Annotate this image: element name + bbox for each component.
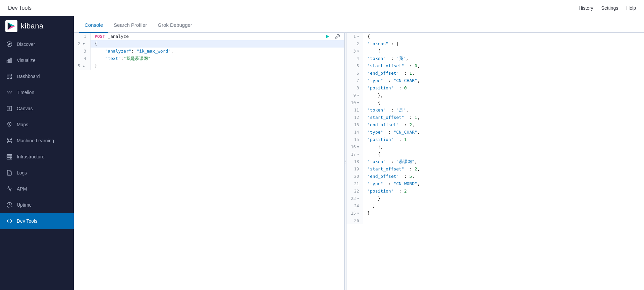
sidebar-item-canvas-label: Canvas <box>17 106 33 111</box>
sidebar-item-maps-label: Maps <box>17 122 28 127</box>
line-number-1: 1 <box>74 33 91 40</box>
kibana-label: kibana <box>21 22 44 30</box>
line-content-3: "analyzer": "ik_max_word", <box>91 48 344 55</box>
output-line: 22 "position" : 2 <box>346 188 644 195</box>
fold-indicator[interactable]: ▼ <box>357 143 359 151</box>
svg-rect-7 <box>10 58 11 63</box>
line-actions-1 <box>323 33 344 40</box>
logs-icon <box>6 169 13 176</box>
line-content-5: } <box>91 62 344 70</box>
wave-icon <box>6 89 13 96</box>
sidebar-item-devtools[interactable]: Dev Tools <box>0 213 74 229</box>
fold-indicator[interactable]: ▼ <box>357 195 359 202</box>
tab-console[interactable]: Console <box>79 18 108 33</box>
kibana-logo-icon <box>5 20 17 32</box>
output-line-content: "position" : 2 <box>363 188 644 195</box>
output-line-number: 11 <box>346 106 363 114</box>
sidebar-item-infrastructure-label: Infrastructure <box>17 154 44 159</box>
output-line-content: { <box>363 33 644 40</box>
sidebar: kibana Discover Visualize Dashboard <box>0 16 74 290</box>
sidebar-item-visualize[interactable]: Visualize <box>0 52 74 68</box>
svg-line-21 <box>8 141 9 142</box>
fold-indicator[interactable]: ▼ <box>357 92 359 99</box>
help-link[interactable]: Help <box>626 5 636 11</box>
compass-icon <box>6 41 13 48</box>
output-line-number: 23▼ <box>346 195 363 202</box>
run-button[interactable] <box>323 33 331 40</box>
output-line-number: 21 <box>346 180 363 188</box>
sidebar-item-devtools-label: Dev Tools <box>17 218 37 224</box>
sidebar-item-uptime[interactable]: Uptime <box>0 197 74 213</box>
output-line-content: "end_offset" : 1, <box>363 70 644 77</box>
output-line-number: 12 <box>346 114 363 121</box>
editor-line-5: 5 ▲ } <box>74 62 344 70</box>
sidebar-item-discover[interactable]: Discover <box>0 36 74 52</box>
output-line-content: "token" : "是", <box>363 106 644 114</box>
output-line: 11 "token" : "是", <box>346 106 644 114</box>
svg-rect-9 <box>10 74 12 76</box>
svg-point-15 <box>7 139 8 140</box>
grid-icon <box>6 73 13 80</box>
sidebar-item-dashboard-label: Dashboard <box>17 74 40 79</box>
output-line-number: 19 <box>346 165 363 173</box>
svg-rect-5 <box>7 60 8 63</box>
sidebar-item-timelion-label: Timelion <box>17 90 34 95</box>
sidebar-item-uptime-label: Uptime <box>17 202 32 208</box>
output-line: 25▼} <box>346 210 644 217</box>
output-line: 4 "token" : "我", <box>346 55 644 62</box>
output-line: 13 "end_offset" : 2, <box>346 121 644 129</box>
fold-indicator[interactable]: ▼ <box>357 33 359 40</box>
svg-rect-10 <box>7 77 9 79</box>
output-line: 18 "token" : "慕课网", <box>346 158 644 165</box>
output-line-content: "tokens" : [ <box>363 40 644 48</box>
output-line: 19 "start_offset" : 2, <box>346 165 644 173</box>
output-line: 1▼{ <box>346 33 644 40</box>
history-link[interactable]: History <box>579 5 593 11</box>
output-line-content: { <box>363 48 644 55</box>
settings-link[interactable]: Settings <box>601 5 619 11</box>
line-number-3: 3 <box>74 48 91 55</box>
editor-line-4: 4 "text":"我是慕课网" <box>74 55 344 62</box>
sidebar-logo[interactable]: kibana <box>0 16 74 36</box>
fold-indicator[interactable]: ▼ <box>357 99 359 106</box>
apm-icon <box>6 186 13 192</box>
line-number-4: 4 <box>74 55 91 62</box>
tab-search-profiler[interactable]: Search Profiler <box>108 18 152 33</box>
sidebar-item-maps[interactable]: Maps <box>0 117 74 133</box>
code-editor[interactable]: 1 POST _analyze <box>74 33 344 290</box>
fold-btn-5[interactable]: ▲ <box>82 64 86 68</box>
output-line-number: 10▼ <box>346 99 363 106</box>
output-line-number: 15 <box>346 136 363 143</box>
sidebar-item-canvas[interactable]: Canvas <box>0 100 74 117</box>
output-line-number: 20 <box>346 173 363 180</box>
fold-indicator[interactable]: ▼ <box>357 210 359 217</box>
wrench-button[interactable] <box>333 33 341 40</box>
tab-grok-debugger[interactable]: Grok Debugger <box>152 18 198 33</box>
output-line: 8 "position" : 0 <box>346 84 644 92</box>
sidebar-item-dashboard[interactable]: Dashboard <box>0 68 74 84</box>
svg-point-16 <box>11 139 12 140</box>
sidebar-item-ml[interactable]: Machine Learning <box>0 133 74 149</box>
panel-resizer[interactable]: ⋮ <box>344 33 346 290</box>
sidebar-item-apm[interactable]: APM <box>0 181 74 197</box>
output-line: 12 "start_offset" : 1, <box>346 114 644 121</box>
fold-btn-2[interactable]: ▼ <box>82 42 86 46</box>
output-line-number: 26 <box>346 217 363 224</box>
line-content-4: "text":"我是慕课网" <box>91 55 344 62</box>
output-line-content: "token" : "慕课网", <box>363 158 644 165</box>
sidebar-item-logs[interactable]: Logs <box>0 165 74 181</box>
svg-point-18 <box>11 142 12 143</box>
output-line-content: { <box>363 151 644 158</box>
editor-line-1: 1 POST _analyze <box>74 33 344 40</box>
resizer-dots: ⋮ <box>344 159 347 164</box>
main-layout: kibana Discover Visualize Dashboard <box>0 16 644 290</box>
fold-indicator[interactable]: ▼ <box>357 48 359 55</box>
svg-point-28 <box>11 158 11 159</box>
sidebar-item-infrastructure[interactable]: Infrastructure <box>0 149 74 165</box>
output-line-number: 25▼ <box>346 210 363 217</box>
output-line-number: 18 <box>346 158 363 165</box>
sidebar-item-timelion[interactable]: Timelion <box>0 84 74 100</box>
output-line-number: 6 <box>346 70 363 77</box>
ml-icon <box>6 137 13 144</box>
fold-indicator[interactable]: ▼ <box>357 151 359 158</box>
